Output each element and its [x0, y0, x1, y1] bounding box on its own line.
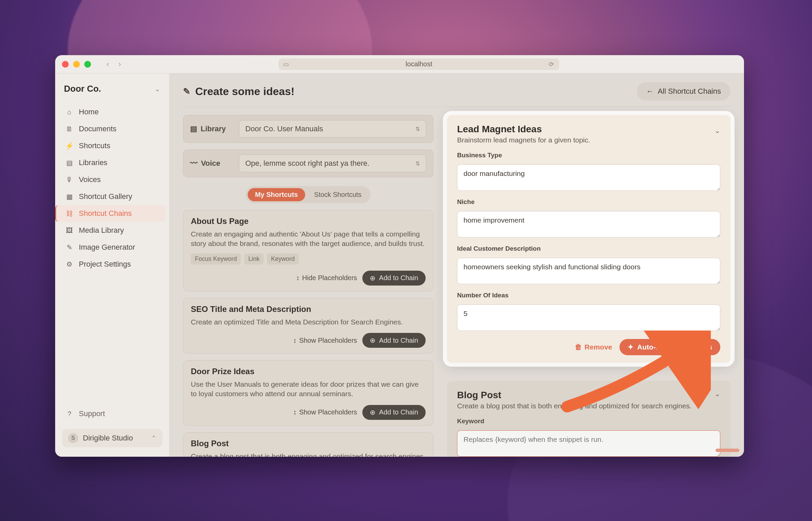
address-bar[interactable]: ▭ localhost ⟳ — [278, 59, 559, 70]
close-window-button[interactable] — [62, 61, 69, 68]
tab-my-shortcuts[interactable]: My Shortcuts — [248, 188, 306, 201]
workspace-name: Door Co. — [64, 84, 101, 94]
library-select[interactable]: Door Co. User Manuals ⇅ — [239, 120, 426, 138]
toggle-placeholders-button[interactable]: ↕ Show Placeholders — [293, 337, 357, 344]
tab-stock-shortcuts[interactable]: Stock Shortcuts — [307, 188, 369, 201]
workspace-switcher[interactable]: Door Co. ⌄ — [55, 80, 169, 101]
field-label: Business Type — [457, 152, 720, 159]
field-label: Ideal Customer Description — [457, 245, 720, 252]
sidebar-item-label: Shortcuts — [79, 141, 110, 150]
forward-button[interactable]: › — [118, 60, 121, 69]
business-type-field[interactable] — [457, 164, 720, 191]
collapse-icon: ↕ — [296, 274, 299, 282]
page-title: ✎ Create some ideas! — [183, 85, 294, 98]
trash-icon: 🗑 — [575, 343, 582, 351]
sidebar-item-voices[interactable]: 🎙 Voices — [59, 171, 166, 188]
updown-icon: ⇅ — [415, 160, 420, 167]
browser-window: ‹ › ▭ localhost ⟳ Door Co. ⌄ ⌂ Home 🗎 — [55, 55, 744, 457]
chevron-down-icon: ⌄ — [155, 85, 160, 93]
chain-step-lead-magnet: Lead Magnet Ideas Brainstorm lead magnet… — [447, 115, 730, 363]
titlebar: ‹ › ▭ localhost ⟳ — [55, 55, 744, 73]
sidebar-item-label: Home — [79, 108, 99, 116]
sidebar-item-shortcut-chains[interactable]: ⛓ Shortcut Chains — [55, 205, 166, 222]
chain-icon: ⛓ — [65, 210, 73, 218]
books-icon: ▤ — [65, 159, 73, 167]
voice-select[interactable]: Ope, lemme scoot right past ya there. ⇅ — [239, 155, 426, 172]
sidebar-item-label: Documents — [79, 124, 116, 133]
edit-icon[interactable]: ✎ — [183, 86, 190, 97]
add-to-chain-button[interactable]: ⊕ Add to Chain — [362, 333, 426, 348]
minimize-window-button[interactable] — [73, 61, 80, 68]
library-label: ▤ Library — [190, 124, 231, 133]
arrow-left-icon: ← — [646, 87, 654, 96]
image-icon: 🖼 — [65, 227, 73, 234]
toggle-placeholders-button[interactable]: ↕ Show Placeholders — [293, 408, 357, 416]
back-button[interactable]: ‹ — [107, 60, 109, 69]
collapse-panel-button[interactable]: ⌄ — [715, 390, 720, 398]
shortcut-desc: Create an engaging and authentic 'About … — [191, 229, 426, 249]
sidebar-nav: ⌂ Home 🗎 Documents ⚡ Shortcuts ▤ Librari… — [55, 101, 169, 275]
link-icon: ⊕ — [370, 336, 376, 344]
shortcut-title: About Us Page — [191, 217, 426, 226]
expand-icon: ↕ — [293, 337, 296, 344]
sidebar-item-media-library[interactable]: 🖼 Media Library — [59, 222, 166, 239]
sidebar-item-shortcuts[interactable]: ⚡ Shortcuts — [59, 137, 166, 154]
wand-icon: ✎ — [65, 243, 73, 251]
niche-field[interactable] — [457, 211, 720, 237]
panel-desc: Create a blog post that is both engaging… — [457, 402, 692, 410]
home-icon: ⌂ — [65, 108, 73, 116]
keyword-field[interactable] — [457, 430, 720, 457]
sidebar-item-libraries[interactable]: ▤ Libraries — [59, 154, 166, 171]
sidebar-item-label: Shortcut Chains — [79, 209, 132, 218]
shortcut-desc: Use the User Manuals to generate ideas f… — [191, 380, 426, 399]
voice-icon: 〰 — [190, 159, 198, 168]
field-label: Niche — [457, 198, 720, 206]
field-label: Keyword — [457, 417, 720, 425]
shortcut-source-tabs: My Shortcuts Stock Shortcuts — [246, 186, 371, 203]
resize-handle[interactable] — [716, 449, 739, 452]
expand-icon: ↕ — [293, 408, 296, 416]
sidebar-item-label: Libraries — [79, 158, 107, 167]
studio-switcher[interactable]: S Dirigible Studio ⌃ — [62, 429, 162, 447]
remove-step-button[interactable]: 🗑 Remove — [575, 343, 612, 351]
updown-icon: ⇅ — [415, 126, 420, 132]
sidebar-item-shortcut-gallery[interactable]: ▦ Shortcut Gallery — [59, 188, 166, 205]
chevron-up-icon: ⌃ — [151, 434, 156, 442]
shortcut-desc: Create a blog post that is both engaging… — [191, 452, 426, 457]
maximize-window-button[interactable] — [84, 61, 91, 68]
divider — [183, 107, 730, 107]
sidebar-item-documents[interactable]: 🗎 Documents — [59, 120, 166, 137]
reload-icon[interactable]: ⟳ — [549, 61, 554, 68]
ideal-customer-field[interactable] — [457, 258, 720, 284]
move-up-button[interactable]: ⌃ — [705, 390, 710, 398]
mic-icon: 🎙 — [65, 176, 73, 184]
number-of-ideas-field[interactable] — [457, 304, 720, 331]
grid-icon: ▦ — [65, 192, 73, 201]
shortcut-card-blog-post: Blog Post Create a blog post that is bot… — [183, 432, 433, 457]
shortcut-picker-column: ▤ Library Door Co. User Manuals ⇅ 〰 — [183, 115, 433, 457]
field-label: Number Of Ideas — [457, 292, 720, 299]
document-icon: 🗎 — [65, 125, 73, 133]
shortcut-card-door-prize: Door Prize Ideas Use the User Manuals to… — [183, 360, 433, 426]
add-to-chain-button[interactable]: ⊕ Add to Chain — [362, 405, 426, 420]
avatar: S — [68, 433, 78, 443]
toggle-placeholders-button[interactable]: ↕ Hide Placeholders — [296, 274, 357, 282]
window-controls — [62, 61, 91, 68]
collapse-panel-button[interactable]: ⌄ — [715, 127, 720, 135]
autofill-placeholders-button[interactable]: ✦ Auto-Fill Placeholders — [619, 339, 720, 355]
shortcut-desc: Create an optimized Title and Meta Descr… — [191, 317, 426, 327]
sidebar-item-project-settings[interactable]: ⚙ Project Settings — [59, 256, 166, 273]
sidebar-item-image-generator[interactable]: ✎ Image Generator — [59, 239, 166, 256]
voice-selector-row: 〰 Voice Ope, lemme scoot right past ya t… — [183, 150, 433, 177]
gear-icon: ⚙ — [65, 260, 73, 268]
sidebar-item-label: Voices — [79, 175, 101, 184]
support-link[interactable]: ? Support — [59, 405, 166, 423]
tag: Keyword — [267, 253, 299, 265]
all-chains-button[interactable]: ← All Shortcut Chains — [637, 82, 730, 100]
tag: Focus Keyword — [191, 253, 241, 265]
voice-label: 〰 Voice — [190, 159, 231, 168]
sidebar-item-label: Image Generator — [79, 243, 135, 252]
site-info-icon[interactable]: ▭ — [283, 61, 289, 68]
sidebar-item-home[interactable]: ⌂ Home — [59, 104, 166, 120]
add-to-chain-button[interactable]: ⊕ Add to Chain — [362, 271, 426, 286]
